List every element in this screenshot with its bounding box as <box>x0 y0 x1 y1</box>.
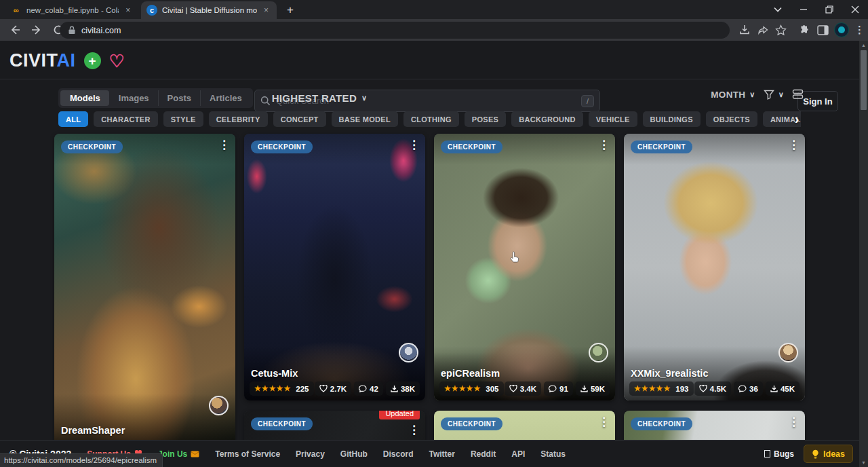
create-plus-button[interactable]: + <box>84 52 101 69</box>
model-card-cetus-mix[interactable]: CHECKPOINT ⋮ Cetus-Mix ★★★★★ 225 2.7K <box>244 134 425 400</box>
chip-objects[interactable]: OBJECTS <box>706 111 757 127</box>
address-bar[interactable]: civitai.com <box>60 22 730 39</box>
tab-models[interactable]: Models <box>60 90 109 106</box>
screen: ∞ new_colab_file.ipynb - Colaborat × c C… <box>0 0 868 467</box>
footer-link-reddit[interactable]: Reddit <box>471 449 496 459</box>
new-tab-button[interactable]: + <box>282 3 298 19</box>
creator-avatar[interactable] <box>399 343 418 362</box>
chip-style[interactable]: STYLE <box>163 111 203 127</box>
chip-background[interactable]: BACKGROUND <box>511 111 583 127</box>
favorites-heart-icon[interactable]: ♡ <box>109 52 125 70</box>
card-menu-icon[interactable]: ⋮ <box>788 416 800 428</box>
downloads-pill: 38K <box>386 381 420 396</box>
civitai-favicon-icon: c <box>146 5 157 16</box>
footer-link-terms[interactable]: Terms of Service <box>215 449 280 459</box>
card-menu-icon[interactable]: ⋮ <box>408 139 420 151</box>
model-title: Cetus-Mix <box>251 368 418 379</box>
profile-avatar[interactable] <box>832 21 850 39</box>
tab-close-icon[interactable]: × <box>261 5 271 15</box>
downloads-pill: 45K <box>766 381 800 396</box>
likes-count: 2.7K <box>330 385 347 393</box>
footer-link-twitter[interactable]: Twitter <box>429 449 455 459</box>
download-icon <box>391 385 398 392</box>
download-icon <box>770 385 778 392</box>
tab-search-chevron-icon[interactable] <box>765 0 791 19</box>
creator-avatar[interactable] <box>209 396 229 415</box>
window-close-button[interactable] <box>842 0 868 19</box>
envelope-icon <box>191 451 199 457</box>
chip-buildings[interactable]: BUILDINGS <box>643 111 701 127</box>
content-type-tabs: Models Images Posts Articles <box>58 88 253 108</box>
card-menu-icon[interactable]: ⋮ <box>598 139 610 151</box>
bookmark-star-icon[interactable] <box>772 21 790 39</box>
download-icon <box>580 385 588 392</box>
model-card-dreamshaper[interactable]: CHECKPOINT ⋮ DreamShaper <box>54 134 235 448</box>
footer-link-github[interactable]: GitHub <box>340 449 368 459</box>
browser-menu-icon[interactable]: ⋮ <box>850 21 868 39</box>
scrollbar-down-icon[interactable]: ▼ <box>859 458 868 467</box>
search-shortcut-key: / <box>581 95 594 107</box>
likes-count: 4.5K <box>710 385 726 393</box>
period-dropdown[interactable]: MONTH∨ <box>711 90 755 100</box>
chip-character[interactable]: CHARACTER <box>94 111 157 127</box>
ideas-button[interactable]: Ideas <box>804 445 853 463</box>
chip-clothing[interactable]: CLOTHING <box>403 111 459 127</box>
browser-tab-civitai[interactable]: c Civitai | Stable Diffusion models, × <box>141 1 277 19</box>
likes-pill: 4.5K <box>694 381 731 396</box>
downloads-count: 38K <box>401 385 415 393</box>
download-page-icon[interactable] <box>735 21 753 39</box>
comments-pill: 42 <box>354 381 383 396</box>
tab-posts[interactable]: Posts <box>158 90 200 106</box>
tab-articles[interactable]: Articles <box>200 90 251 106</box>
back-button[interactable] <box>5 20 24 39</box>
page-scrollbar[interactable]: ▲ ▼ <box>859 41 868 467</box>
chip-poses[interactable]: POSES <box>465 111 506 127</box>
window-minimize-button[interactable] <box>791 0 816 19</box>
scrollbar-up-icon[interactable]: ▲ <box>859 41 868 50</box>
civitai-logo[interactable]: CIVITAI <box>9 50 76 71</box>
footer-link-status[interactable]: Status <box>540 449 566 459</box>
filter-dropdown[interactable]: ∨ <box>764 90 784 100</box>
chips-scroll-right-icon[interactable]: › <box>789 111 804 127</box>
window-restore-button[interactable] <box>816 0 842 19</box>
card-menu-icon[interactable]: ⋮ <box>598 416 610 428</box>
model-card-epicrealism[interactable]: CHECKPOINT ⋮ epiCRealism ★★★★★ 305 3.4K <box>434 134 615 400</box>
creator-avatar[interactable] <box>778 343 798 362</box>
creator-avatar[interactable] <box>589 343 608 362</box>
scrollbar-thumb[interactable] <box>861 50 867 110</box>
downloads-count: 59K <box>591 385 605 393</box>
share-icon[interactable] <box>753 21 772 39</box>
model-stats: ★★★★★ 193 4.5K 36 <box>629 381 800 396</box>
model-card-xxmix9realistic[interactable]: CHECKPOINT ⋮ XXMix_9realistic ★★★★★ 193 … <box>624 134 805 400</box>
chip-vehicle[interactable]: VEHICLE <box>589 111 637 127</box>
sign-in-button[interactable]: Sign In <box>797 91 838 111</box>
model-type-badge: CHECKPOINT <box>61 141 123 153</box>
chip-base-model[interactable]: BASE MODEL <box>332 111 398 127</box>
tab-close-icon[interactable]: × <box>123 5 133 15</box>
model-title: epiCRealism <box>441 368 608 379</box>
join-us-link[interactable]: Join Us <box>158 449 199 459</box>
side-panel-icon[interactable] <box>814 21 832 39</box>
rating-count: 305 <box>486 385 498 393</box>
card-menu-icon[interactable]: ⋮ <box>408 424 420 436</box>
layout-toggle-icon[interactable] <box>792 89 804 100</box>
mouse-cursor <box>508 250 521 268</box>
footer-link-privacy[interactable]: Privacy <box>296 449 325 459</box>
category-chip-row: ALL CHARACTER STYLE CELEBRITY CONCEPT BA… <box>58 111 801 128</box>
chip-all[interactable]: ALL <box>58 111 88 127</box>
comment-icon <box>549 385 557 392</box>
card-menu-icon[interactable]: ⋮ <box>218 139 230 151</box>
chip-celebrity[interactable]: CELEBRITY <box>209 111 268 127</box>
chip-concept[interactable]: CONCEPT <box>273 111 326 127</box>
sort-dropdown[interactable]: HIGHEST RATED∨ <box>272 92 368 104</box>
card-menu-icon[interactable]: ⋮ <box>788 139 800 151</box>
footer-link-discord[interactable]: Discord <box>383 449 414 459</box>
browser-tab-colab[interactable]: ∞ new_colab_file.ipynb - Colaborat × <box>5 1 138 19</box>
forward-button[interactable] <box>27 20 46 39</box>
extensions-puzzle-icon[interactable] <box>795 21 814 39</box>
tab-images[interactable]: Images <box>109 90 158 106</box>
comments-count: 91 <box>559 385 568 393</box>
bugs-link[interactable]: Bugs <box>764 449 794 459</box>
footer-link-api[interactable]: API <box>511 449 525 459</box>
star-icons: ★★★★★ <box>634 384 671 393</box>
